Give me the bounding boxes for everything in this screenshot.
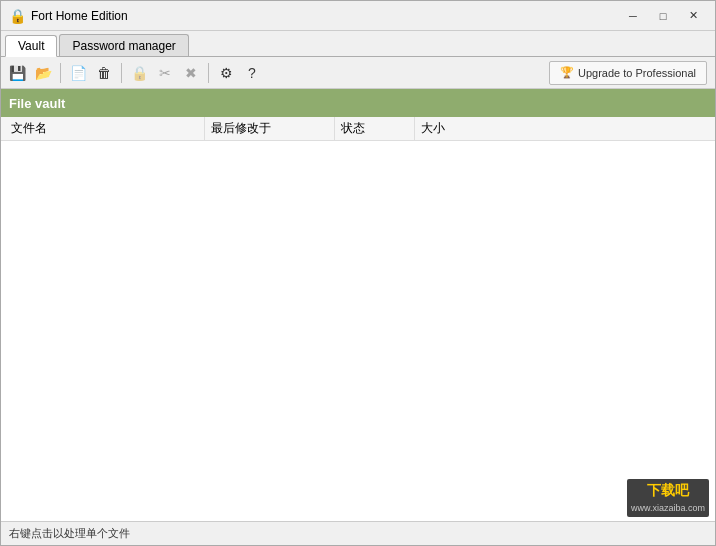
vault-title: File vault	[9, 96, 65, 111]
table-header: 文件名 最后修改于 状态 大小	[1, 117, 715, 141]
toolbar-sep-3	[208, 63, 209, 83]
watermark: 下载吧 www.xiazaiba.com	[627, 479, 709, 517]
tab-vault[interactable]: Vault	[5, 35, 57, 57]
col-header-size: 大小	[415, 117, 495, 140]
upgrade-icon: 🏆	[560, 66, 574, 79]
help-button[interactable]: ?	[240, 61, 264, 85]
maximize-button[interactable]: □	[649, 5, 677, 27]
watermark-url: www.xiazaiba.com	[631, 503, 705, 513]
tab-bar: Vault Password manager	[1, 31, 715, 57]
window-title: Fort Home Edition	[31, 9, 619, 23]
save-button[interactable]: 💾	[5, 61, 29, 85]
upgrade-label: Upgrade to Professional	[578, 67, 696, 79]
lock-button[interactable]: 🔒	[127, 61, 151, 85]
open-button[interactable]: 📂	[31, 61, 55, 85]
status-bar: 右键点击以处理单个文件	[1, 521, 715, 545]
col-header-status: 状态	[335, 117, 415, 140]
settings-button[interactable]: ⚙	[214, 61, 238, 85]
close-button[interactable]: ✕	[679, 5, 707, 27]
remove-button[interactable]: ✖	[179, 61, 203, 85]
toolbar-sep-2	[121, 63, 122, 83]
delete-button[interactable]: 🗑	[92, 61, 116, 85]
toolbar-sep-1	[60, 63, 61, 83]
file-vault-header: File vault	[1, 89, 715, 117]
minimize-button[interactable]: ─	[619, 5, 647, 27]
app-icon: 🔒	[9, 8, 25, 24]
table-body	[1, 141, 715, 521]
status-text: 右键点击以处理单个文件	[9, 526, 130, 541]
new-button[interactable]: 📄	[66, 61, 90, 85]
file-table: 文件名 最后修改于 状态 大小	[1, 117, 715, 521]
cut-button[interactable]: ✂	[153, 61, 177, 85]
tab-password-manager[interactable]: Password manager	[59, 34, 188, 56]
col-header-name: 文件名	[5, 117, 205, 140]
col-header-modified: 最后修改于	[205, 117, 335, 140]
upgrade-button[interactable]: 🏆 Upgrade to Professional	[549, 61, 707, 85]
toolbar: 💾 📂 📄 🗑 🔒 ✂ ✖ ⚙ ? 🏆 Upgrade to Professio…	[1, 57, 715, 89]
title-bar: 🔒 Fort Home Edition ─ □ ✕	[1, 1, 715, 31]
main-window: 🔒 Fort Home Edition ─ □ ✕ Vault Password…	[0, 0, 716, 546]
window-controls: ─ □ ✕	[619, 5, 707, 27]
watermark-site: 下载吧	[631, 481, 705, 501]
